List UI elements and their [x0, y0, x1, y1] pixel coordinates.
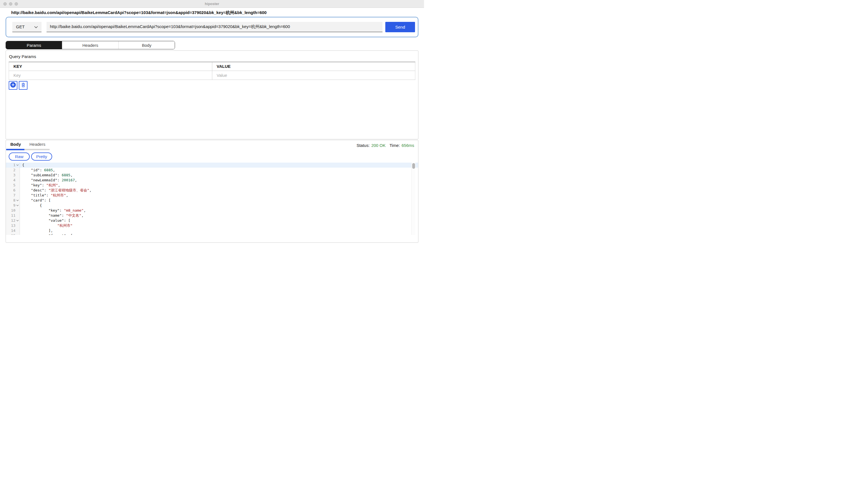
status-value: 200 OK [371, 143, 386, 148]
response-tab-headers[interactable]: Headers [24, 142, 50, 150]
line-content: "杭州市" [20, 223, 73, 228]
line-gutter: 9 [6, 203, 20, 208]
send-button[interactable]: Send [385, 22, 415, 32]
plus-circle-icon [10, 82, 16, 89]
code-line: 4 "newLemmaId": 200167, [6, 178, 418, 183]
query-params-title: Query Params [9, 54, 415, 59]
query-params-table: KEY VALUE [9, 62, 415, 80]
request-tabs: Params Headers Body [6, 41, 175, 49]
status-label: Status: [356, 143, 370, 148]
line-number: 10 [6, 208, 15, 213]
line-number: 7 [6, 193, 15, 198]
json-body: 1{2 "id": 6885,3 "subLemmaId": 6885,4 "n… [6, 163, 418, 235]
time-label: Time: [389, 143, 400, 148]
code-line: 10 "key": "m8_name", [6, 208, 418, 213]
delete-row-button[interactable] [19, 81, 28, 90]
line-content: "key": "杭州", [20, 183, 60, 188]
fold-icon[interactable] [15, 218, 20, 223]
line-content: "title": "杭州市", [20, 193, 68, 198]
line-number: 2 [6, 168, 15, 173]
fold-icon[interactable] [15, 163, 20, 168]
code-line: 11 "name": "中文名", [6, 213, 418, 218]
line-number: 14 [6, 228, 15, 233]
code-line: 14 ], [6, 228, 418, 233]
line-number: 6 [6, 188, 15, 193]
code-line: 8 "card": [ [6, 198, 418, 203]
line-number: 11 [6, 213, 15, 218]
param-value-input[interactable] [212, 71, 415, 79]
fold-spacer [15, 223, 20, 228]
line-content: "format": [ [20, 233, 73, 235]
line-number: 5 [6, 183, 15, 188]
request-url-heading: http://baike.baidu.com/api/openapi/Baike… [11, 10, 418, 15]
line-gutter: 5 [6, 183, 20, 188]
window-title: hiposter [0, 2, 424, 6]
time-value: 656ms [402, 143, 414, 148]
tab-params[interactable]: Params [6, 41, 62, 49]
line-number: 4 [6, 178, 15, 183]
response-view-buttons: Raw Pretty [9, 152, 418, 161]
line-content: "subLemmaId": 6885, [20, 173, 73, 178]
line-number: 15 [6, 233, 15, 235]
line-gutter: 11 [6, 213, 20, 218]
line-content: "newLemmaId": 200167, [20, 178, 77, 183]
line-number: 3 [6, 173, 15, 178]
line-gutter: 15 [6, 233, 20, 235]
code-line: 6 "desc": "浙江省辖地级市、省会", [6, 188, 418, 193]
fold-spacer [15, 188, 20, 193]
line-gutter: 2 [6, 168, 20, 173]
response-status-line: Status:200 OKTime:656ms [356, 143, 414, 148]
code-line: 7 "title": "杭州市", [6, 193, 418, 198]
value-column-header: VALUE [212, 62, 415, 71]
code-line: 2 "id": 6885, [6, 168, 418, 173]
line-number: 9 [6, 203, 15, 208]
fold-spacer [15, 178, 20, 183]
fold-icon[interactable] [15, 233, 20, 235]
line-content: { [20, 203, 42, 208]
line-number: 8 [6, 198, 15, 203]
code-line: 12 "value": [ [6, 218, 418, 223]
response-panel: Body Headers Status:200 OKTime:656ms Raw… [6, 140, 418, 243]
line-gutter: 6 [6, 188, 20, 193]
fold-spacer [15, 183, 20, 188]
add-row-button[interactable] [9, 81, 17, 90]
line-number: 1 [6, 163, 15, 168]
fold-spacer [15, 213, 20, 218]
line-gutter: 10 [6, 208, 20, 213]
pretty-button[interactable]: Pretty [31, 152, 52, 161]
request-bar: GET Send [6, 17, 418, 37]
url-input[interactable] [47, 22, 383, 32]
tab-headers[interactable]: Headers [62, 41, 118, 49]
line-gutter: 8 [6, 198, 20, 203]
scrollbar-track[interactable] [411, 163, 415, 235]
params-panel: Query Params KEY VALUE [6, 51, 418, 139]
row-actions [9, 81, 415, 90]
fold-spacer [15, 173, 20, 178]
raw-button[interactable]: Raw [9, 152, 30, 161]
line-gutter: 14 [6, 228, 20, 233]
line-content: ], [20, 228, 53, 233]
line-gutter: 13 [6, 223, 20, 228]
window-titlebar: hiposter [0, 0, 424, 8]
fold-spacer [15, 228, 20, 233]
param-key-input[interactable] [9, 71, 212, 79]
line-gutter: 7 [6, 193, 20, 198]
line-content: "value": [ [20, 218, 70, 223]
scrollbar-thumb[interactable] [412, 163, 415, 169]
tab-body[interactable]: Body [118, 41, 175, 49]
line-number: 13 [6, 223, 15, 228]
method-select[interactable]: GET [12, 22, 41, 32]
line-content: { [20, 163, 24, 168]
line-content: "key": "m8_name", [20, 208, 86, 213]
fold-icon[interactable] [15, 203, 20, 208]
trash-icon [21, 83, 25, 88]
line-number: 12 [6, 218, 15, 223]
chevron-down-icon [34, 24, 38, 29]
line-gutter: 3 [6, 173, 20, 178]
response-tab-body[interactable]: Body [6, 142, 24, 150]
method-select-value: GET [16, 24, 25, 29]
line-content: "id": 6885, [20, 168, 55, 173]
fold-spacer [15, 208, 20, 213]
code-line: 9 { [6, 203, 418, 208]
fold-icon[interactable] [15, 198, 20, 203]
